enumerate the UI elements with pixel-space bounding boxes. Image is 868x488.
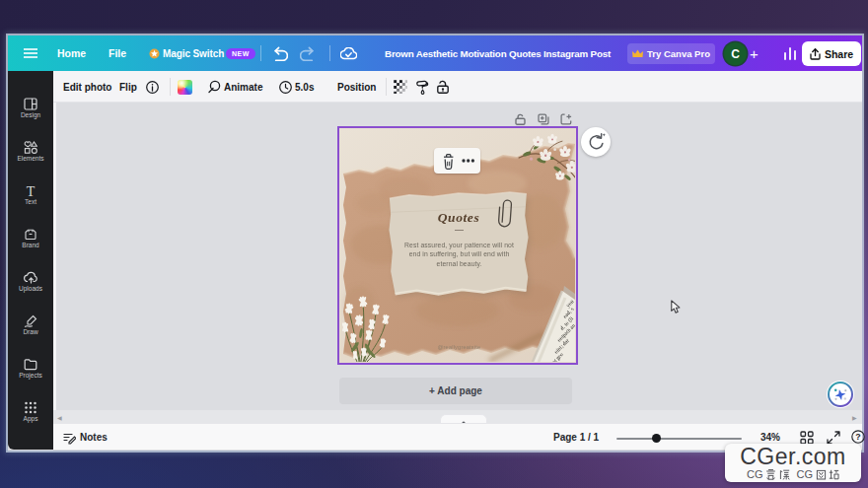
svg-text:end in suffering, but will end: end in suffering, but will end with <box>409 250 510 258</box>
svg-text:@reallygreatsite: @reallygreatsite <box>438 344 481 350</box>
svg-text:Quotes: Quotes <box>438 210 480 225</box>
svg-text:?: ? <box>855 432 860 442</box>
svg-text:eternal beauty.: eternal beauty. <box>437 260 482 268</box>
svg-text:Rest assured, your patience wi: Rest assured, your patience will not <box>404 242 514 249</box>
svg-text:T: T <box>27 184 36 197</box>
